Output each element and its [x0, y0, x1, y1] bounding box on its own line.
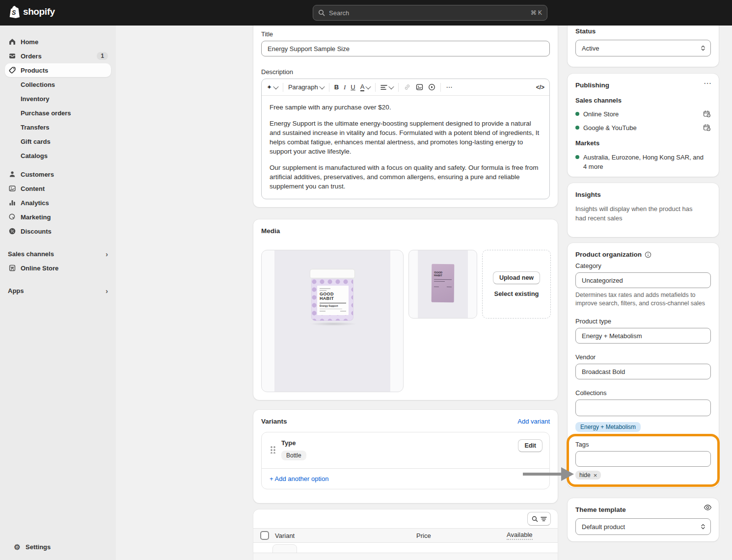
editor-toolbar: ✦ Paragraph B I U A — [262, 79, 549, 96]
sidebar-item-online-store[interactable]: Online Store — [5, 261, 111, 275]
sidebar-item-discounts[interactable]: Discounts — [5, 224, 111, 238]
sidebar-item-catalogs[interactable]: Catalogs — [5, 149, 111, 162]
shopify-bag-icon: S — [9, 5, 20, 18]
link-button[interactable] — [404, 83, 411, 91]
collections-label: Collections — [575, 389, 711, 397]
media-image-sachet[interactable]: GOOD HABIT — [408, 250, 477, 319]
remove-tag-icon[interactable]: × — [594, 472, 597, 479]
variants-heading: Variants — [261, 418, 287, 425]
theme-template-select[interactable]: Default product — [575, 518, 711, 535]
publishing-heading: Publishing — [575, 81, 711, 89]
active-dot — [575, 155, 579, 159]
insert-video-button[interactable] — [428, 83, 435, 91]
sidebar-item-analytics[interactable]: Analytics — [5, 196, 111, 210]
show-html-button[interactable]: </> — [536, 84, 544, 91]
media-image-jar[interactable]: GOOD HABIT Energy Support — [261, 250, 404, 392]
shopify-logo[interactable]: S shopify — [9, 5, 55, 18]
column-variant[interactable]: Variant — [275, 532, 295, 539]
column-price[interactable]: Price — [416, 532, 431, 539]
discounts-icon — [8, 227, 17, 236]
chevron-down-icon — [366, 83, 371, 89]
italic-button[interactable]: I — [344, 83, 346, 91]
add-another-option-row[interactable]: + Add another option — [262, 468, 549, 489]
filter-icon — [541, 516, 547, 522]
category-help-text: Determines tax rates and adds metafields… — [575, 291, 711, 308]
insert-image-button[interactable] — [416, 83, 423, 91]
bold-button[interactable]: B — [334, 83, 339, 91]
text-style-dropdown[interactable]: Paragraph — [288, 83, 324, 91]
sidebar-item-orders[interactable]: Orders 1 — [5, 49, 111, 63]
sidebar-item-customers[interactable]: Customers — [5, 167, 111, 181]
description-text[interactable]: Free sample with any purchase over $20. … — [262, 96, 549, 199]
eye-icon[interactable] — [704, 504, 712, 511]
jar-photo: GOOD HABIT Energy Support — [310, 269, 355, 326]
sachet-photo: GOOD HABIT — [432, 264, 455, 302]
sidebar-item-home[interactable]: Home — [5, 35, 111, 49]
sidebar-item-collections[interactable]: Collections — [5, 78, 111, 91]
sparkle-icon: ✦ — [267, 83, 272, 91]
sidebar-item-products[interactable]: Products — [5, 63, 111, 77]
tags-label: Tags — [575, 441, 711, 448]
apps-section[interactable]: Apps › — [5, 284, 111, 297]
variant-row-partial[interactable] — [253, 543, 558, 553]
vendor-input[interactable] — [575, 364, 711, 379]
add-another-option-link[interactable]: + Add another option — [270, 475, 328, 482]
insights-body: Insights will display when the product h… — [575, 204, 698, 223]
product-organization-card: Product organization Category Determines… — [568, 243, 719, 487]
schedule-calendar-icon[interactable] — [703, 124, 711, 132]
category-label: Category — [575, 262, 711, 269]
description-label: Description — [261, 68, 550, 76]
media-heading: Media — [261, 227, 550, 235]
tag-chip-hide[interactable]: hide × — [575, 471, 601, 480]
schedule-calendar-icon[interactable] — [703, 110, 711, 118]
edit-option-button[interactable]: Edit — [518, 439, 542, 452]
global-search[interactable]: ⌘ K — [313, 5, 547, 21]
info-icon[interactable] — [645, 251, 651, 258]
main-column: Title Description ✦ Paragraph B I — [253, 26, 558, 560]
sidebar-item-settings[interactable]: ⚙ Settings — [10, 540, 106, 554]
search-input[interactable] — [329, 9, 527, 17]
select-existing-button[interactable]: Select existing — [494, 290, 539, 297]
active-dot — [575, 112, 579, 116]
orders-count-badge: 1 — [97, 52, 108, 60]
collections-input[interactable] — [575, 400, 711, 416]
text-color-button[interactable]: A — [360, 83, 371, 91]
ai-sparkle-button[interactable]: ✦ — [267, 83, 278, 91]
variants-table-header: Variant Price Available — [253, 528, 558, 543]
alignment-dropdown[interactable] — [380, 84, 393, 90]
content-icon — [8, 184, 17, 193]
title-input[interactable] — [261, 41, 550, 56]
column-available[interactable]: Available — [507, 531, 533, 540]
more-formatting-button[interactable]: ⋯ — [446, 83, 453, 91]
sales-channels-section[interactable]: Sales channels › — [5, 247, 111, 261]
sidebar-item-marketing[interactable]: Marketing — [5, 210, 111, 224]
publishing-card: Publishing ⋯ Sales channels Online Store… — [568, 74, 719, 177]
category-input[interactable] — [575, 272, 711, 288]
drag-handle-icon[interactable] — [271, 446, 275, 453]
tags-input[interactable] — [575, 451, 711, 467]
sidebar-item-content[interactable]: Content — [5, 182, 111, 195]
product-type-input[interactable] — [575, 328, 711, 344]
sidebar-item-transfers[interactable]: Transfers — [5, 120, 111, 134]
markets-label: Markets — [575, 139, 711, 147]
sidebar-item-inventory[interactable]: Inventory — [5, 92, 111, 106]
gear-icon: ⚙ — [13, 542, 22, 551]
sidebar-item-purchase-orders[interactable]: Purchase orders — [5, 106, 111, 120]
media-upload-dropzone[interactable]: Upload new Select existing — [482, 250, 551, 319]
status-select[interactable]: Active — [575, 40, 711, 56]
upload-new-button[interactable]: Upload new — [493, 271, 540, 284]
select-all-checkbox[interactable] — [260, 531, 269, 540]
underline-button[interactable]: U — [351, 83, 355, 91]
search-filter-button[interactable] — [527, 512, 551, 526]
search-icon — [532, 516, 538, 522]
add-variant-link[interactable]: Add variant — [517, 418, 550, 425]
vendor-label: Vendor — [575, 353, 711, 361]
inventory-footer: Total inventory at 200 Whistler Place: 4… — [253, 553, 558, 560]
collection-chip[interactable]: Energy + Metabolism — [575, 422, 641, 432]
sidebar-item-gift-cards[interactable]: Gift cards — [5, 134, 111, 148]
publishing-menu-button[interactable]: ⋯ — [704, 79, 712, 88]
title-description-card: Title Description ✦ Paragraph B I — [253, 26, 558, 207]
aside-column: Status Active Publishing ⋯ Sales channel… — [568, 26, 719, 541]
media-card: Media GOOD HABIT Energy Support — [253, 219, 558, 400]
theme-template-card: Theme template Default product — [568, 498, 719, 541]
